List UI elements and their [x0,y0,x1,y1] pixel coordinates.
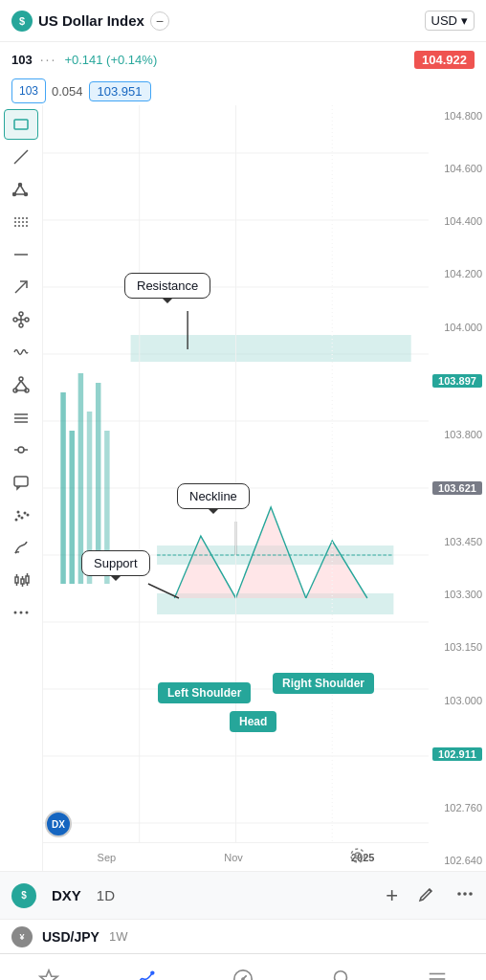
more-options-button[interactable] [455,884,475,907]
price-label: 104.600 [432,163,482,174]
chart-container: Resistance Neckline Support Left Shoulde… [0,105,486,871]
three-lines-tool[interactable] [4,402,38,433]
svg-rect-68 [60,392,65,584]
left-toolbar [0,105,43,871]
more-tools[interactable] [4,597,38,628]
polyline-tool[interactable] [4,174,38,205]
time-axis: Sep Nov 2025 [43,842,429,871]
nav-chart[interactable]: Chart [98,961,195,980]
svg-point-11 [13,318,17,322]
speech-tool[interactable] [4,467,38,498]
nav-watchlist[interactable]: Watchlist [0,961,98,980]
time-label-nov: Nov [224,852,243,863]
line-tool[interactable] [4,142,38,172]
svg-rect-41 [26,576,29,583]
svg-line-10 [15,281,27,293]
scatter-tool[interactable] [4,500,38,530]
secondary-tf: 1W [109,929,128,944]
svg-rect-58 [131,335,411,362]
minimize-button[interactable]: − [150,11,169,31]
secondary-symbol-row: ¥ USD/JPY 1W [0,919,486,953]
svg-marker-61 [174,536,235,598]
svg-point-32 [24,512,27,515]
current-price: 103 [11,53,33,67]
timeframe-label: 1D [97,887,115,903]
price-label-badge-green: 103.897 [432,374,482,388]
horizontal-line-tool[interactable] [4,239,38,270]
add-button[interactable]: + [386,883,398,908]
svg-point-27 [18,447,24,453]
input-row: 103 0.054 103.951 [0,77,486,105]
svg-rect-38 [21,579,24,584]
svg-marker-83 [40,970,57,980]
header-title: US Dollar Index [38,12,144,29]
bottom-info-bar: $ DXY 1D + [0,871,486,919]
price-label: 103.450 [432,536,482,547]
header: $ US Dollar Index − USD ▾ [0,0,486,42]
svg-point-44 [14,612,17,614]
edit-button[interactable] [417,884,436,907]
price-label: 102.640 [432,855,482,866]
svg-rect-28 [14,477,28,486]
wave-tool[interactable] [4,337,38,368]
svg-rect-35 [15,577,18,583]
svg-point-78 [351,849,364,862]
dotted-line-tool[interactable] [4,207,38,237]
price-label: 103.000 [432,695,482,706]
avatar: DX [45,811,72,837]
svg-point-45 [20,612,23,614]
arrow-tool[interactable] [4,272,38,302]
pen-tool[interactable] [4,532,38,563]
menu-icon [427,969,448,980]
svg-point-84 [151,971,154,974]
price-dots: ··· [40,52,57,67]
svg-rect-72 [96,383,100,574]
price-label: 104.200 [432,268,482,279]
currency-selector[interactable]: USD ▾ [425,11,475,31]
svg-point-29 [15,519,18,522]
chart-main: Resistance Neckline Support Left Shoulde… [43,105,486,871]
candlestick-tool[interactable] [4,565,38,595]
price-axis: 104.800 104.600 104.400 104.200 104.000 … [429,105,486,871]
svg-point-82 [469,892,473,896]
neckline-annotation: Neckline [177,483,250,509]
price-change: +0.141 (+0.14%) [64,53,157,67]
svg-rect-69 [69,431,74,584]
bottom-navigation: Watchlist Chart Explore Ideas Menu [0,953,486,980]
svg-line-79 [429,889,431,892]
svg-point-33 [27,514,30,517]
symbol-label: DXY [52,887,81,903]
nav-menu[interactable]: Menu [388,961,486,980]
svg-point-46 [26,612,29,614]
nav-ideas[interactable]: Ideas [292,961,389,980]
svg-point-31 [21,517,24,520]
chart-settings-icon[interactable] [349,847,366,866]
slider-tool[interactable] [4,434,38,465]
price-label-badge-gray: 103.621 [432,481,482,495]
star-icon [38,969,59,980]
nodes-tool[interactable] [4,304,38,335]
price-label: 102.760 [432,802,482,813]
price-label: 104.000 [432,322,482,333]
svg-point-81 [463,892,467,896]
svg-point-13 [25,318,29,322]
svg-point-77 [355,853,361,858]
rect-tool[interactable] [4,109,38,140]
bottom-actions: + [386,883,475,908]
right-shoulder-badge: Right Shoulder [273,673,374,694]
resistance-annotation: Resistance [124,273,210,299]
dxy-icon: $ [11,883,36,908]
svg-point-4 [19,184,22,187]
secondary-icon: ¥ [11,926,33,947]
svg-point-18 [19,377,23,381]
price-label: 103.300 [432,589,482,600]
input-small-value[interactable]: 103 [11,78,46,103]
top-price-badge: 104.922 [414,51,475,69]
nav-explore[interactable]: Explore [194,961,292,980]
chart-svg-area: Resistance Neckline Support Left Shoulde… [43,105,429,842]
price-label: 104.800 [432,110,482,122]
svg-line-21 [21,381,27,389]
connect-nodes-tool[interactable] [4,369,38,400]
svg-point-3 [13,193,16,196]
price-input[interactable]: 103.951 [89,81,151,101]
